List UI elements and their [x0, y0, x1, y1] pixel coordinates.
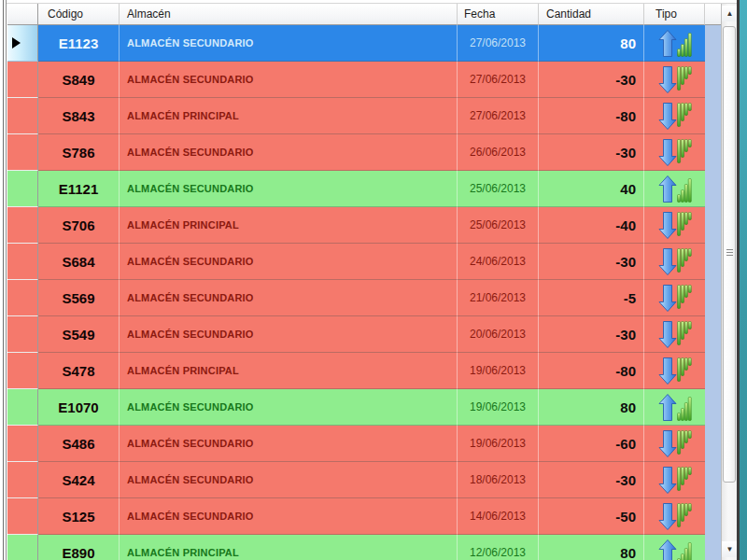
vertical-scrollbar[interactable]: ▲ ▼	[721, 4, 738, 560]
row-header[interactable]	[7, 244, 38, 280]
row-header[interactable]	[7, 280, 38, 316]
row-header[interactable]	[7, 25, 38, 62]
row-header[interactable]	[7, 62, 38, 98]
cell-codigo[interactable]: S684	[38, 244, 120, 280]
cell-fecha[interactable]: 12/06/2013	[458, 535, 539, 560]
cell-codigo[interactable]: E1070	[38, 389, 120, 426]
row-header[interactable]	[7, 207, 38, 244]
cell-tipo[interactable]	[644, 353, 705, 389]
cell-fecha[interactable]: 20/06/2013	[458, 316, 539, 353]
row-header[interactable]	[7, 535, 38, 560]
cell-fecha[interactable]: 14/06/2013	[458, 498, 539, 535]
cell-tipo[interactable]	[644, 462, 705, 498]
cell-codigo[interactable]: S424	[38, 462, 120, 498]
cell-codigo[interactable]: S478	[38, 353, 120, 389]
row-header[interactable]	[7, 316, 38, 353]
cell-almacen[interactable]: ALMACÉN PRINCIPAL	[120, 207, 458, 244]
row-header[interactable]	[7, 98, 38, 134]
cell-codigo[interactable]: E1121	[38, 171, 120, 207]
cell-tipo[interactable]	[644, 426, 705, 462]
column-header-almacen[interactable]: Almacén	[120, 4, 458, 25]
cell-tipo[interactable]	[644, 535, 705, 560]
cell-fecha[interactable]: 25/06/2013	[458, 207, 539, 244]
cell-codigo[interactable]: S786	[38, 134, 120, 171]
cell-almacen[interactable]: ALMACÉN SECUNDARIO	[120, 389, 458, 426]
table-row[interactable]: E1123 ALMACÉN SECUNDARIO 27/06/2013 80	[7, 25, 705, 62]
cell-fecha[interactable]: 25/06/2013	[458, 171, 539, 207]
cell-fecha[interactable]: 24/06/2013	[458, 244, 539, 280]
cell-almacen[interactable]: ALMACÉN SECUNDARIO	[120, 498, 458, 535]
cell-fecha[interactable]: 27/06/2013	[458, 25, 539, 62]
cell-almacen[interactable]: ALMACÉN SECUNDARIO	[120, 426, 458, 462]
table-row[interactable]: S486 ALMACÉN SECUNDARIO 19/06/2013 -60	[7, 426, 705, 462]
cell-tipo[interactable]	[644, 62, 705, 98]
cell-codigo[interactable]: S843	[38, 98, 120, 134]
cell-cantidad[interactable]: -80	[539, 98, 644, 134]
cell-fecha[interactable]: 21/06/2013	[458, 280, 539, 316]
table-row[interactable]: S849 ALMACÉN SECUNDARIO 27/06/2013 -30	[7, 62, 705, 98]
cell-fecha[interactable]: 27/06/2013	[458, 98, 539, 134]
cell-almacen[interactable]: ALMACÉN PRINCIPAL	[120, 353, 458, 389]
row-header[interactable]	[7, 134, 38, 171]
cell-tipo[interactable]	[644, 316, 705, 353]
cell-codigo[interactable]: S549	[38, 316, 120, 353]
table-row[interactable]: S125 ALMACÉN SECUNDARIO 14/06/2013 -50	[7, 498, 705, 535]
cell-fecha[interactable]: 19/06/2013	[458, 353, 539, 389]
table-row[interactable]: S706 ALMACÉN PRINCIPAL 25/06/2013 -40	[7, 207, 705, 244]
select-all-corner[interactable]	[7, 4, 38, 25]
cell-codigo[interactable]: S706	[38, 207, 120, 244]
cell-tipo[interactable]	[644, 134, 705, 171]
cell-cantidad[interactable]: -5	[539, 280, 644, 316]
cell-cantidad[interactable]: -80	[539, 353, 644, 389]
cell-cantidad[interactable]: 40	[539, 171, 644, 207]
column-header-codigo[interactable]: Código	[38, 4, 120, 25]
cell-fecha[interactable]: 26/06/2013	[458, 134, 539, 171]
cell-tipo[interactable]	[644, 498, 705, 535]
cell-almacen[interactable]: ALMACÉN SECUNDARIO	[120, 25, 458, 62]
row-header[interactable]	[7, 462, 38, 498]
cell-almacen[interactable]: ALMACÉN PRINCIPAL	[120, 98, 458, 134]
cell-cantidad[interactable]: -30	[539, 316, 644, 353]
table-row[interactable]: S684 ALMACÉN SECUNDARIO 24/06/2013 -30	[7, 244, 705, 280]
cell-almacen[interactable]: ALMACÉN SECUNDARIO	[120, 280, 458, 316]
cell-almacen[interactable]: ALMACÉN SECUNDARIO	[120, 462, 458, 498]
scroll-down-button[interactable]: ▼	[722, 541, 738, 557]
cell-cantidad[interactable]: -30	[539, 134, 644, 171]
table-row[interactable]: E1070 ALMACÉN SECUNDARIO 19/06/2013 80	[7, 389, 705, 426]
cell-codigo[interactable]: S849	[38, 62, 120, 98]
cell-cantidad[interactable]: -50	[539, 498, 644, 535]
cell-tipo[interactable]	[644, 25, 705, 62]
cell-cantidad[interactable]: -30	[539, 244, 644, 280]
cell-tipo[interactable]	[644, 98, 705, 134]
table-row[interactable]: S569 ALMACÉN SECUNDARIO 21/06/2013 -5	[7, 280, 705, 316]
cell-almacen[interactable]: ALMACÉN SECUNDARIO	[120, 62, 458, 98]
cell-fecha[interactable]: 19/06/2013	[458, 389, 539, 426]
cell-codigo[interactable]: E1123	[38, 25, 120, 62]
column-header-tipo[interactable]: Tipo	[644, 4, 705, 25]
column-header-cantidad[interactable]: Cantidad	[539, 4, 644, 25]
row-header[interactable]	[7, 171, 38, 207]
table-row[interactable]: S786 ALMACÉN SECUNDARIO 26/06/2013 -30	[7, 134, 705, 171]
cell-codigo[interactable]: S486	[38, 426, 120, 462]
cell-codigo[interactable]: S125	[38, 498, 120, 535]
scroll-up-button[interactable]: ▲	[722, 6, 738, 21]
cell-cantidad[interactable]: -40	[539, 207, 644, 244]
row-header[interactable]	[7, 498, 38, 535]
table-row[interactable]: E1121 ALMACÉN SECUNDARIO 25/06/2013 40	[7, 171, 705, 207]
cell-fecha[interactable]: 19/06/2013	[458, 426, 539, 462]
cell-almacen[interactable]: ALMACÉN PRINCIPAL	[120, 535, 458, 560]
cell-cantidad[interactable]: 80	[539, 25, 644, 62]
cell-fecha[interactable]: 27/06/2013	[458, 62, 539, 98]
cell-fecha[interactable]: 18/06/2013	[458, 462, 539, 498]
table-row[interactable]: S549 ALMACÉN SECUNDARIO 20/06/2013 -30	[7, 316, 705, 353]
cell-codigo[interactable]: E890	[38, 535, 120, 560]
table-row[interactable]: E890 ALMACÉN PRINCIPAL 12/06/2013 80	[7, 535, 705, 560]
scrollbar-thumb[interactable]	[723, 26, 736, 483]
cell-tipo[interactable]	[644, 207, 705, 244]
table-row[interactable]: S478 ALMACÉN PRINCIPAL 19/06/2013 -80	[7, 353, 705, 389]
cell-cantidad[interactable]: -30	[539, 462, 644, 498]
cell-tipo[interactable]	[644, 171, 705, 207]
cell-tipo[interactable]	[644, 244, 705, 280]
cell-almacen[interactable]: ALMACÉN SECUNDARIO	[120, 171, 458, 207]
column-header-fecha[interactable]: Fecha	[458, 4, 539, 25]
